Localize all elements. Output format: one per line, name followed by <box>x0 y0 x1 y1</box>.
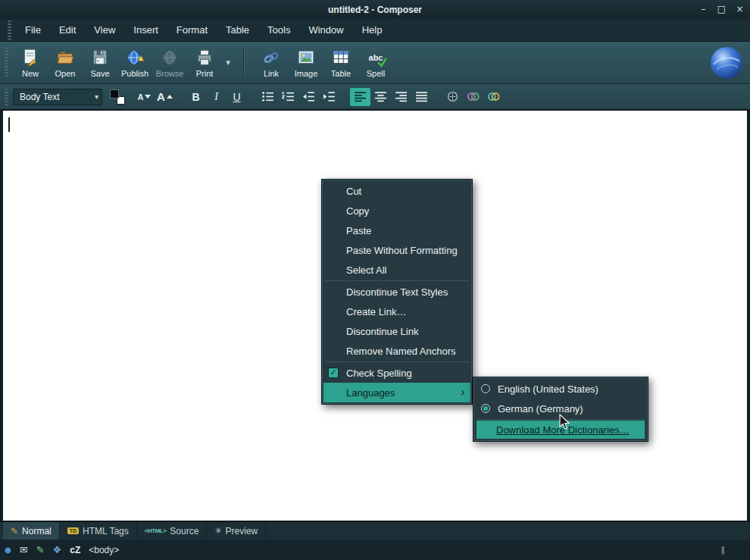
menu-insert[interactable]: Insert <box>124 21 167 39</box>
spell-button[interactable]: abc Spell <box>358 45 393 80</box>
tab-preview[interactable]: ✳ Preview <box>207 522 266 540</box>
absolute-positioning-button[interactable] <box>442 88 463 106</box>
bold-button[interactable]: B <box>186 88 206 106</box>
layer-backward-button[interactable] <box>463 88 483 106</box>
link-button-label: Link <box>264 69 279 78</box>
chevron-down-icon: ▾ <box>226 58 230 67</box>
menubar-grip[interactable] <box>8 20 11 40</box>
tab-normal[interactable]: ✎ Normal <box>3 522 60 540</box>
menu-help[interactable]: Help <box>353 21 392 39</box>
align-justify-button[interactable] <box>411 88 432 106</box>
table-icon <box>331 47 351 67</box>
bulleted-list-icon <box>261 90 274 103</box>
indent-icon <box>323 90 336 103</box>
menubar: File Edit View Insert Format Table Tools… <box>0 19 750 42</box>
composer-icon[interactable]: ✎ <box>36 545 45 555</box>
text-color-swatch <box>110 89 119 99</box>
paragraph-style-select[interactable]: Body Text ▾ <box>13 89 102 105</box>
align-left-icon <box>354 91 367 102</box>
spell-button-label: Spell <box>367 69 385 78</box>
context-menu: Cut Copy Paste Paste Without Formatting … <box>321 179 473 405</box>
menu-format[interactable]: Format <box>167 21 217 39</box>
decrease-font-size-button[interactable]: A <box>134 88 155 106</box>
layer-forward-button[interactable] <box>483 88 504 106</box>
maximize-button[interactable]: □ <box>715 2 728 16</box>
align-left-button[interactable] <box>350 88 370 106</box>
mail-icon[interactable]: ✉ <box>20 545 28 555</box>
open-button[interactable]: Open <box>48 45 83 80</box>
check-spelling-label: Check Spelling <box>346 368 412 379</box>
indent-button[interactable] <box>319 88 339 106</box>
new-button[interactable]: New <box>13 45 48 80</box>
browse-button[interactable]: Browse <box>152 45 187 80</box>
download-more-dictionaries-item[interactable]: Download More Dictionaries… <box>477 421 645 439</box>
chevron-down-icon: ▾ <box>95 92 98 101</box>
outdent-button[interactable] <box>298 88 319 106</box>
context-menu-item-cut[interactable]: Cut <box>323 181 470 201</box>
navigator-icon[interactable]: ● <box>5 546 11 554</box>
context-menu-item-languages[interactable]: Languages › <box>323 383 470 402</box>
increase-font-size-button[interactable]: A <box>155 88 175 106</box>
menu-file[interactable]: File <box>16 21 50 39</box>
italic-button[interactable]: I <box>206 88 227 106</box>
publish-button[interactable]: Publish <box>117 45 152 80</box>
image-button[interactable]: Image <box>289 45 323 80</box>
tab-html-tags[interactable]: TD HTML Tags <box>60 522 137 540</box>
context-menu-item-paste[interactable]: Paste <box>323 221 470 240</box>
radio-unselected-icon <box>481 384 490 393</box>
new-button-label: New <box>22 69 39 78</box>
minimize-button[interactable]: – <box>697 2 710 16</box>
context-menu-item-select-all[interactable]: Select All <box>323 260 470 280</box>
window-title: untitled-2 - Composer <box>0 5 750 15</box>
context-menu-item-discontinue-text-styles[interactable]: Discontinue Text Styles <box>323 282 470 302</box>
context-menu-item-copy[interactable]: Copy <box>323 201 470 221</box>
align-center-button[interactable] <box>370 88 391 106</box>
align-right-icon <box>395 91 408 102</box>
menu-tools[interactable]: Tools <box>258 21 299 39</box>
print-dropdown-button[interactable]: ▾ <box>222 58 234 67</box>
image-button-label: Image <box>295 69 318 78</box>
titlebar[interactable]: untitled-2 - Composer – □ × <box>0 0 750 19</box>
context-menu-item-remove-named-anchors[interactable]: Remove Named Anchors <box>323 341 470 361</box>
languages-submenu: English (United States) German (Germany)… <box>473 377 648 442</box>
toolbar-grip[interactable] <box>5 48 8 78</box>
element-path[interactable]: <body> <box>89 545 119 555</box>
menu-separator <box>477 419 645 420</box>
language-label: German (Germany) <box>498 403 583 415</box>
tab-source-label: Source <box>170 526 198 537</box>
edit-mode-tabs: ✎ Normal TD HTML Tags <HTML> Source ✳ Pr… <box>0 521 750 540</box>
text-color-picker[interactable] <box>108 89 127 105</box>
address-book-icon[interactable]: ❖ <box>53 545 62 555</box>
print-button-label: Print <box>196 69 214 78</box>
context-menu-item-create-link[interactable]: Create Link… <box>323 302 470 321</box>
main-toolbar: New Open Save Publish Browse Print ▾ <box>0 42 750 84</box>
underline-button[interactable]: U <box>227 88 247 106</box>
print-button[interactable]: Print <box>187 45 222 80</box>
context-menu-item-paste-without-formatting[interactable]: Paste Without Formatting <box>323 240 470 260</box>
save-button[interactable]: Save <box>83 45 117 80</box>
table-button[interactable]: Table <box>323 45 358 80</box>
publish-button-label: Publish <box>121 69 148 78</box>
numbered-list-button[interactable] <box>278 88 298 106</box>
bulleted-list-button[interactable] <box>258 88 278 106</box>
menu-window[interactable]: Window <box>299 21 352 39</box>
close-button[interactable]: × <box>733 2 746 16</box>
statusbar-splitter-icon[interactable]: ‖ <box>721 545 726 555</box>
window-resize-grip[interactable] <box>733 544 745 556</box>
align-right-button[interactable] <box>391 88 411 106</box>
language-option-english-us[interactable]: English (United States) <box>475 379 646 399</box>
table-button-label: Table <box>331 69 351 78</box>
app-throbber-logo[interactable] <box>709 45 744 80</box>
image-icon <box>296 47 316 67</box>
menu-table[interactable]: Table <box>217 21 258 39</box>
menu-edit[interactable]: Edit <box>50 21 85 39</box>
context-menu-item-check-spelling[interactable]: ✓ Check Spelling <box>323 363 470 383</box>
link-button[interactable]: Link <box>254 45 289 80</box>
language-option-german[interactable]: German (Germany) <box>475 399 646 418</box>
context-menu-item-discontinue-link[interactable]: Discontinue Link <box>323 321 470 341</box>
tab-source[interactable]: <HTML> Source <box>137 522 208 540</box>
menu-view[interactable]: View <box>85 21 124 39</box>
formatbar-grip[interactable] <box>5 89 8 105</box>
paragraph-style-value: Body Text <box>20 92 95 102</box>
arrow-up-icon <box>167 95 173 99</box>
